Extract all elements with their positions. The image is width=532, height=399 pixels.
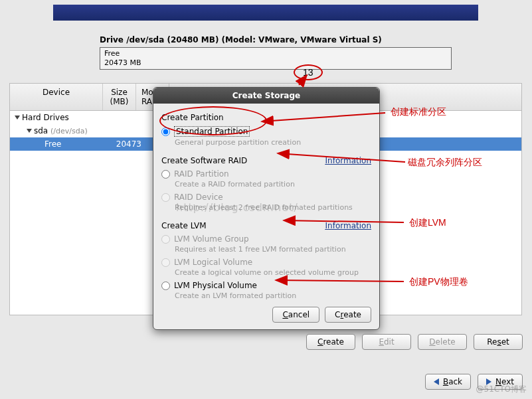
- svg-line-3: [284, 220, 404, 222]
- svg-line-2: [278, 153, 405, 162]
- annotation-ellipse-standard: [159, 106, 267, 135]
- svg-line-1: [262, 113, 385, 121]
- corner-watermark: @51CTO博客: [476, 384, 527, 395]
- svg-line-4: [276, 280, 404, 281]
- annotation-arrows: [0, 0, 532, 399]
- svg-line-0: [299, 75, 307, 85]
